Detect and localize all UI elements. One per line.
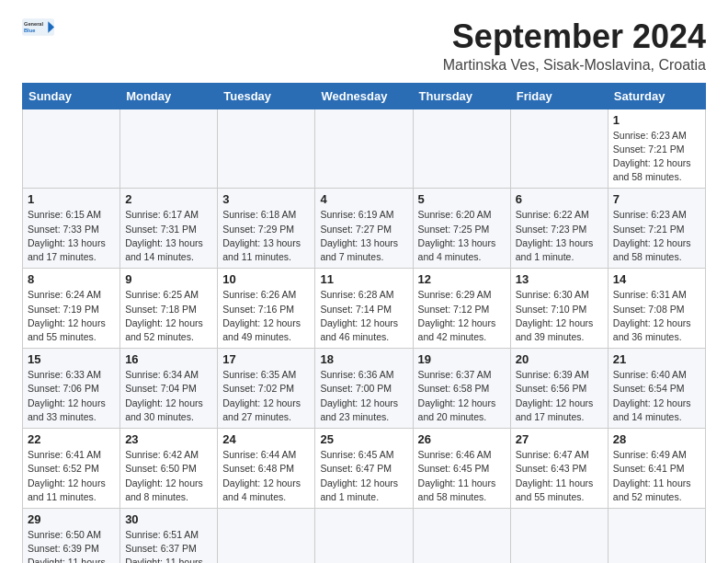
weekday-header-monday: Monday — [120, 83, 218, 109]
day-info: Sunrise: 6:45 AMSunset: 6:47 PMDaylight:… — [320, 448, 407, 504]
day-number: 8 — [28, 272, 115, 286]
day-cell-21: 21Sunrise: 6:40 AMSunset: 6:54 PMDayligh… — [608, 349, 705, 429]
day-cell-15: 15Sunrise: 6:33 AMSunset: 7:06 PMDayligh… — [23, 349, 120, 429]
day-number: 27 — [516, 432, 603, 446]
day-number: 23 — [125, 432, 212, 446]
week-row: 1Sunrise: 6:23 AMSunset: 7:21 PMDaylight… — [23, 109, 706, 189]
week-row: 29Sunrise: 6:50 AMSunset: 6:39 PMDayligh… — [23, 508, 706, 563]
day-info: Sunrise: 6:25 AMSunset: 7:18 PMDaylight:… — [125, 288, 212, 344]
day-cell-25: 25Sunrise: 6:45 AMSunset: 6:47 PMDayligh… — [315, 429, 413, 509]
day-cell-6: 6Sunrise: 6:22 AMSunset: 7:23 PMDaylight… — [510, 189, 608, 269]
day-cell-13: 13Sunrise: 6:30 AMSunset: 7:10 PMDayligh… — [510, 269, 608, 349]
day-info: Sunrise: 6:41 AMSunset: 6:52 PMDaylight:… — [28, 448, 115, 504]
day-cell-18: 18Sunrise: 6:36 AMSunset: 7:00 PMDayligh… — [315, 349, 413, 429]
calendar-table: SundayMondayTuesdayWednesdayThursdayFrid… — [22, 83, 706, 563]
empty-cell — [218, 109, 315, 189]
month-title: September 2024 — [443, 18, 706, 55]
day-info: Sunrise: 6:36 AMSunset: 7:00 PMDaylight:… — [320, 368, 407, 424]
day-info: Sunrise: 6:42 AMSunset: 6:50 PMDaylight:… — [125, 448, 212, 504]
logo-area: General Blue — [22, 18, 55, 39]
week-row: 8Sunrise: 6:24 AMSunset: 7:19 PMDaylight… — [23, 269, 706, 349]
day-info: Sunrise: 6:23 AMSunset: 7:21 PMDaylight:… — [613, 208, 700, 264]
logo-svg: General Blue — [22, 18, 55, 37]
day-number: 4 — [320, 192, 407, 206]
day-info: Sunrise: 6:44 AMSunset: 6:48 PMDaylight:… — [222, 448, 310, 504]
day-number: 19 — [418, 352, 506, 366]
day-number: 15 — [28, 352, 115, 366]
day-info: Sunrise: 6:19 AMSunset: 7:27 PMDaylight:… — [320, 208, 407, 264]
day-number: 30 — [125, 512, 212, 526]
day-info: Sunrise: 6:20 AMSunset: 7:25 PMDaylight:… — [418, 208, 506, 264]
day-number: 28 — [613, 432, 700, 446]
day-info: Sunrise: 6:30 AMSunset: 7:10 PMDaylight:… — [516, 288, 603, 344]
day-info: Sunrise: 6:24 AMSunset: 7:19 PMDaylight:… — [28, 288, 115, 344]
day-cell-8: 8Sunrise: 6:24 AMSunset: 7:19 PMDaylight… — [23, 269, 120, 349]
day-cell-12: 12Sunrise: 6:29 AMSunset: 7:12 PMDayligh… — [413, 269, 510, 349]
empty-cell — [510, 109, 608, 189]
day-cell-22: 22Sunrise: 6:41 AMSunset: 6:52 PMDayligh… — [23, 429, 120, 509]
day-cell-28: 28Sunrise: 6:49 AMSunset: 6:41 PMDayligh… — [608, 429, 705, 509]
day-info: Sunrise: 6:46 AMSunset: 6:45 PMDaylight:… — [418, 448, 506, 504]
empty-cell — [608, 508, 705, 563]
svg-text:General: General — [24, 21, 43, 27]
empty-cell — [120, 109, 218, 189]
empty-cell — [23, 109, 120, 189]
weekday-header-row: SundayMondayTuesdayWednesdayThursdayFrid… — [23, 83, 706, 109]
day-cell-29: 29Sunrise: 6:50 AMSunset: 6:39 PMDayligh… — [23, 508, 120, 563]
day-number: 2 — [125, 192, 212, 206]
day-number: 1 — [613, 113, 700, 127]
day-number: 16 — [125, 352, 212, 366]
day-cell-10: 10Sunrise: 6:26 AMSunset: 7:16 PMDayligh… — [218, 269, 315, 349]
day-info: Sunrise: 6:17 AMSunset: 7:31 PMDaylight:… — [125, 208, 212, 264]
day-cell-20: 20Sunrise: 6:39 AMSunset: 6:56 PMDayligh… — [510, 349, 608, 429]
day-number: 22 — [28, 432, 115, 446]
weekday-header-thursday: Thursday — [413, 83, 510, 109]
day-number: 18 — [320, 352, 407, 366]
day-info: Sunrise: 6:34 AMSunset: 7:04 PMDaylight:… — [125, 368, 212, 424]
weekday-header-wednesday: Wednesday — [315, 83, 413, 109]
day-number: 14 — [613, 272, 700, 286]
day-cell-11: 11Sunrise: 6:28 AMSunset: 7:14 PMDayligh… — [315, 269, 413, 349]
day-info: Sunrise: 6:39 AMSunset: 6:56 PMDaylight:… — [516, 368, 603, 424]
day-number: 10 — [222, 272, 310, 286]
day-number: 6 — [516, 192, 603, 206]
day-info: Sunrise: 6:26 AMSunset: 7:16 PMDaylight:… — [222, 288, 310, 344]
day-info: Sunrise: 6:33 AMSunset: 7:06 PMDaylight:… — [28, 368, 115, 424]
empty-cell — [218, 508, 315, 563]
day-number: 12 — [418, 272, 506, 286]
day-number: 3 — [222, 192, 310, 206]
day-number: 13 — [516, 272, 603, 286]
day-cell-26: 26Sunrise: 6:46 AMSunset: 6:45 PMDayligh… — [413, 429, 510, 509]
day-number: 5 — [418, 192, 506, 206]
day-info: Sunrise: 6:15 AMSunset: 7:33 PMDaylight:… — [28, 208, 115, 264]
title-area: September 2024 Martinska Ves, Sisak-Mosl… — [443, 18, 706, 74]
day-info: Sunrise: 6:37 AMSunset: 6:58 PMDaylight:… — [418, 368, 506, 424]
day-info: Sunrise: 6:28 AMSunset: 7:14 PMDaylight:… — [320, 288, 407, 344]
day-cell-27: 27Sunrise: 6:47 AMSunset: 6:43 PMDayligh… — [510, 429, 608, 509]
day-number: 7 — [613, 192, 700, 206]
day-cell-17: 17Sunrise: 6:35 AMSunset: 7:02 PMDayligh… — [218, 349, 315, 429]
day-cell-9: 9Sunrise: 6:25 AMSunset: 7:18 PMDaylight… — [120, 269, 218, 349]
day-info: Sunrise: 6:47 AMSunset: 6:43 PMDaylight:… — [516, 448, 603, 504]
day-cell-3: 3Sunrise: 6:18 AMSunset: 7:29 PMDaylight… — [218, 189, 315, 269]
day-cell-16: 16Sunrise: 6:34 AMSunset: 7:04 PMDayligh… — [120, 349, 218, 429]
day-number: 11 — [320, 272, 407, 286]
day-cell-5: 5Sunrise: 6:20 AMSunset: 7:25 PMDaylight… — [413, 189, 510, 269]
weekday-header-sunday: Sunday — [23, 83, 120, 109]
empty-cell — [413, 109, 510, 189]
day-number: 9 — [125, 272, 212, 286]
day-info: Sunrise: 6:22 AMSunset: 7:23 PMDaylight:… — [516, 208, 603, 264]
day-info: Sunrise: 6:35 AMSunset: 7:02 PMDaylight:… — [222, 368, 310, 424]
day-info: Sunrise: 6:29 AMSunset: 7:12 PMDaylight:… — [418, 288, 506, 344]
weekday-header-tuesday: Tuesday — [218, 83, 315, 109]
day-number: 25 — [320, 432, 407, 446]
day-number: 29 — [28, 512, 115, 526]
svg-text:Blue: Blue — [24, 28, 35, 33]
day-number: 26 — [418, 432, 506, 446]
day-cell-1: 1Sunrise: 6:23 AMSunset: 7:21 PMDaylight… — [608, 109, 705, 189]
day-info: Sunrise: 6:51 AMSunset: 6:37 PMDaylight:… — [125, 528, 212, 563]
weekday-header-friday: Friday — [510, 83, 608, 109]
day-cell-2: 2Sunrise: 6:17 AMSunset: 7:31 PMDaylight… — [120, 189, 218, 269]
day-info: Sunrise: 6:18 AMSunset: 7:29 PMDaylight:… — [222, 208, 310, 264]
day-info: Sunrise: 6:31 AMSunset: 7:08 PMDaylight:… — [613, 288, 700, 344]
